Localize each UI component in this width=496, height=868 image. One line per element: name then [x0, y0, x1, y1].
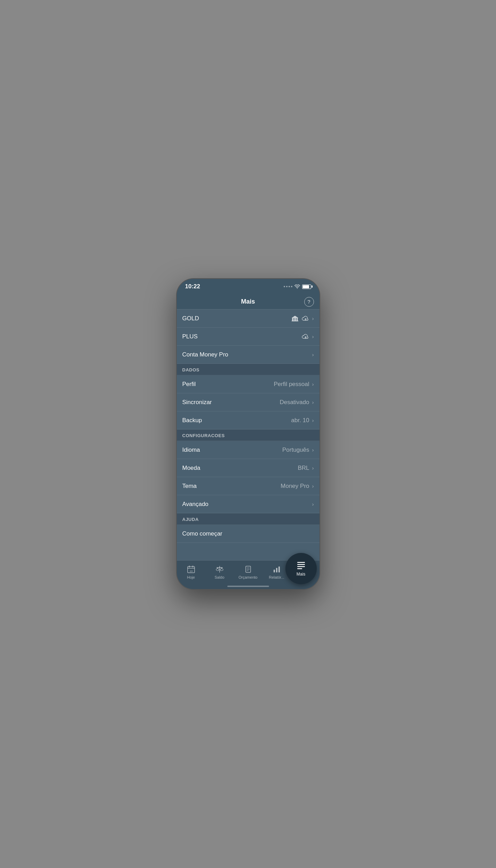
chevron-icon: › — [312, 447, 314, 453]
menu-item-sincronizar-right: Desativado › — [280, 399, 314, 406]
menu-item-perfil[interactable]: Perfil Perfil pessoal › — [177, 375, 320, 393]
svg-rect-1 — [293, 318, 294, 321]
menu-item-conta[interactable]: Conta Money Pro › — [177, 346, 320, 364]
svg-rect-25 — [278, 566, 280, 572]
menu-item-como-comecar-label: Como começar — [182, 530, 222, 537]
menu-item-moeda-value: BRL — [298, 465, 309, 472]
tab-orcamento[interactable]: Orçamento — [234, 563, 262, 581]
menu-item-moeda[interactable]: Moeda BRL › — [177, 459, 320, 477]
phone-frame: 10:22 Mais ? — [176, 278, 320, 590]
menu-item-moeda-right: BRL › — [298, 465, 314, 472]
battery-icon — [302, 284, 311, 289]
cloud-sync-icon — [302, 315, 309, 322]
section-header-config-label: CONFIGURACOES — [182, 433, 225, 438]
menu-item-conta-label: Conta Money Pro — [182, 351, 228, 358]
status-bar: 10:22 — [177, 279, 320, 294]
menu-item-backup[interactable]: Backup abr. 10 › — [177, 411, 320, 429]
chevron-icon: › — [312, 501, 314, 507]
svg-rect-4 — [292, 321, 298, 321]
svg-point-14 — [220, 569, 223, 571]
svg-marker-5 — [292, 316, 298, 318]
chevron-icon: › — [312, 483, 314, 489]
section-header-ajuda-label: AJUDA — [182, 517, 199, 522]
chevron-icon: › — [312, 417, 314, 423]
menu-item-moeda-label: Moeda — [182, 465, 200, 472]
menu-item-sincronizar[interactable]: Sincronizar Desativado › — [177, 393, 320, 411]
chevron-icon: › — [312, 399, 314, 405]
menu-item-gold[interactable]: GOLD › — [177, 310, 320, 328]
menu-item-avancado-label: Avançado — [182, 501, 208, 508]
chevron-icon: › — [312, 465, 314, 471]
menu-item-backup-label: Backup — [182, 417, 202, 424]
menu-item-sincronizar-label: Sincronizar — [182, 399, 212, 406]
budget-icon — [244, 565, 253, 574]
mais-list-icon — [296, 561, 306, 570]
tab-saldo[interactable]: Saldo — [205, 563, 234, 581]
tab-mais[interactable]: Mais — [285, 553, 317, 584]
svg-rect-28 — [297, 566, 305, 567]
help-button[interactable]: ? — [304, 297, 314, 307]
menu-item-perfil-right: Perfil pessoal › — [274, 381, 314, 388]
menu-item-tema-right: Money Pro › — [281, 483, 314, 490]
svg-point-13 — [216, 569, 219, 571]
chevron-icon: › — [312, 315, 314, 321]
section-header-ajuda: AJUDA — [177, 513, 320, 525]
menu-item-tema-label: Tema — [182, 483, 197, 490]
nav-header: Mais ? — [177, 294, 320, 310]
svg-rect-27 — [297, 564, 305, 565]
svg-rect-2 — [295, 318, 296, 321]
tab-saldo-label: Saldo — [214, 575, 224, 579]
section-header-dados-label: DADOS — [182, 367, 199, 372]
tab-mais-label: Mais — [297, 572, 305, 577]
menu-item-perfil-value: Perfil pessoal — [274, 381, 309, 388]
tab-hoje-label: Hoje — [187, 575, 195, 579]
svg-rect-0 — [292, 318, 293, 321]
cloud-sync-icon-2 — [302, 333, 309, 340]
svg-rect-24 — [276, 568, 277, 572]
menu-item-plus[interactable]: PLUS › — [177, 328, 320, 346]
menu-item-avancado[interactable]: Avançado › — [177, 495, 320, 513]
balance-icon — [215, 565, 224, 574]
menu-item-avancado-right: › — [312, 501, 314, 507]
chevron-icon: › — [312, 352, 314, 357]
section-header-config: CONFIGURACOES — [177, 429, 320, 441]
menu-item-tema[interactable]: Tema Money Pro › — [177, 477, 320, 495]
chevron-icon: › — [312, 381, 314, 387]
wifi-icon — [294, 284, 300, 289]
tab-orcamento-label: Orçamento — [238, 575, 257, 579]
chart-icon — [272, 565, 281, 574]
svg-rect-26 — [297, 562, 305, 563]
menu-item-backup-right: abr. 10 › — [291, 417, 314, 424]
menu-scroll-area[interactable]: GOLD › PLUS — [177, 310, 320, 562]
tab-hoje[interactable]: 10 Hoje — [177, 563, 205, 581]
status-icons — [284, 284, 311, 289]
status-time: 10:22 — [185, 283, 200, 290]
menu-item-idioma[interactable]: Idioma Português › — [177, 441, 320, 459]
home-indicator — [227, 586, 269, 587]
svg-rect-23 — [274, 570, 275, 572]
menu-item-backup-value: abr. 10 — [291, 417, 309, 424]
bank-icon — [291, 315, 299, 322]
menu-item-idioma-label: Idioma — [182, 447, 200, 453]
chevron-icon: › — [312, 333, 314, 339]
menu-item-gold-label: GOLD — [182, 315, 199, 322]
menu-item-plus-right: › — [302, 333, 314, 340]
menu-item-idioma-value: Português — [282, 447, 309, 453]
signal-dots-icon — [284, 286, 292, 287]
menu-item-gold-right: › — [291, 315, 314, 322]
menu-item-tema-value: Money Pro — [281, 483, 309, 490]
calendar-icon: 10 — [187, 565, 196, 574]
svg-text:10: 10 — [189, 570, 192, 573]
tab-relatorios-label: Relatór... — [269, 575, 284, 579]
svg-rect-29 — [297, 568, 302, 569]
menu-item-idioma-right: Português › — [282, 447, 314, 453]
section-header-dados: DADOS — [177, 364, 320, 375]
menu-item-sincronizar-value: Desativado — [280, 399, 309, 406]
menu-item-plus-label: PLUS — [182, 333, 198, 340]
menu-item-como-comecar[interactable]: Como começar — [177, 525, 320, 543]
menu-item-perfil-label: Perfil — [182, 381, 196, 388]
svg-rect-3 — [297, 318, 298, 321]
page-title: Mais — [241, 298, 255, 305]
menu-item-conta-right: › — [312, 352, 314, 357]
